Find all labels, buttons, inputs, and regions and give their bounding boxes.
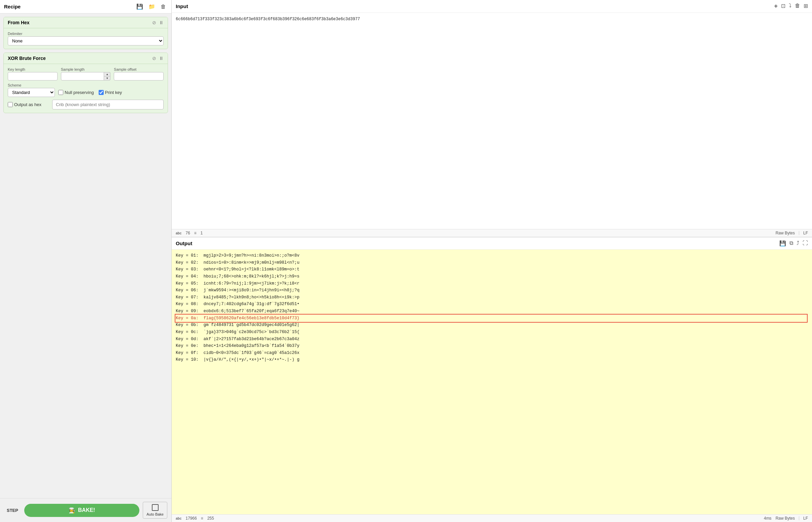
- bake-icon: 🧑‍🍳: [69, 507, 76, 514]
- sample-length-field: Sample length 100 ▲ ▼: [61, 67, 111, 80]
- output-line: Key = 0c: `jga}3?3>046g`c2e30cd75c>`bd3c…: [176, 329, 808, 336]
- bake-label: BAKE!: [78, 507, 95, 513]
- bake-button[interactable]: 🧑‍🍳 BAKE!: [24, 504, 139, 517]
- output-line: Key = 01: mgjlp>2>3=9;jmn?h>=ni:8n3moi>n…: [176, 252, 808, 259]
- from-hex-title: From Hex: [8, 20, 152, 25]
- input-title: Input: [176, 3, 774, 9]
- output-hex-checkbox-item[interactable]: Output as hex: [8, 102, 48, 107]
- output-fullscreen-icon[interactable]: ⛶: [803, 240, 808, 246]
- print-key-checkbox[interactable]: [99, 90, 104, 95]
- output-status-right: 4ms Raw Bytes LF: [764, 516, 808, 521]
- output-header-icons: 💾 ⧉ ⤴ ⛶: [779, 240, 808, 246]
- input-lf[interactable]: LF: [803, 231, 808, 235]
- from-hex-disable-icon[interactable]: [152, 20, 156, 25]
- sample-length-input[interactable]: 100: [61, 72, 111, 80]
- crib-field: [52, 100, 164, 109]
- input-delete-icon[interactable]: [795, 3, 800, 10]
- output-line: Key = 0b: gm`fz4849731`gd5b47dc02d9gec4d…: [176, 322, 808, 329]
- print-key-checkbox-item[interactable]: Print key: [99, 90, 122, 95]
- input-abc-icon: abc: [176, 232, 182, 235]
- delete-recipe-icon[interactable]: [159, 3, 167, 11]
- output-title: Output: [176, 240, 779, 246]
- output-line: Key = 0e: bhec•1=1<264eba0g12af57a<b`f1a…: [176, 342, 808, 349]
- input-status-bar: abc 76 ≡ 1 Raw Bytes LF: [172, 229, 812, 237]
- sample-length-spinner-btns: ▲ ▼: [104, 72, 110, 80]
- input-header: Input ⊡ ⤵ ⊞: [172, 0, 812, 13]
- output-status-bar: abc 17966 ≡ 255 4ms Raw Bytes LF: [172, 514, 812, 522]
- scheme-label: Scheme: [8, 83, 55, 87]
- from-hex-body: Delimiter None: [4, 28, 168, 49]
- output-line: Key = 10: |v{}a/#/",(×{|•y/,•x+)•"|~x/•+…: [176, 356, 808, 363]
- sample-length-up-btn[interactable]: ▲: [104, 72, 110, 76]
- input-section: Input ⊡ ⤵ ⊞ 6c666b6d713f333f323c383a6b6c…: [172, 0, 812, 237]
- sample-length-down-btn[interactable]: ▼: [104, 76, 110, 80]
- from-hex-block: From Hex Delimiter None: [3, 17, 168, 49]
- output-line: Key = 0f: cidb~0<0=375dc`1f03`g46`=cag0`…: [176, 349, 808, 357]
- input-arrow-icon[interactable]: ⤵: [789, 3, 791, 10]
- input-line-count: 1: [201, 231, 203, 235]
- output-abc-icon: abc: [176, 517, 182, 520]
- output-line: Key = 04: hboiu;7;68<>ohk:m;8kl?=k6hjl;k…: [176, 273, 808, 280]
- open-recipe-icon[interactable]: [147, 3, 157, 11]
- output-line: Key = 02: ndios=1=0>:8inm<k=>mj9;m0nlj=m…: [176, 259, 808, 266]
- output-copy-icon[interactable]: ⧉: [789, 240, 793, 246]
- output-lf[interactable]: LF: [803, 516, 808, 521]
- output-lines-icon: ≡: [201, 516, 203, 521]
- input-status-sep: [799, 231, 799, 235]
- null-preserving-checkbox-item[interactable]: Null preserving: [58, 90, 94, 95]
- input-header-icons: ⊡ ⤵ ⊞: [774, 3, 808, 10]
- output-line: Key = 0d: akf`|2>2?157fab3d21be64b?ace2b…: [176, 336, 808, 343]
- output-section: Output 💾 ⧉ ⤴ ⛶ Key = 01: mgjlp>2>3=9;jmn…: [172, 237, 812, 522]
- input-format[interactable]: Raw Bytes: [776, 231, 795, 235]
- xor-row2: Scheme Standard Null preserving Print ke…: [8, 83, 164, 97]
- null-preserving-checkbox[interactable]: [58, 90, 63, 95]
- output-format[interactable]: Raw Bytes: [776, 516, 795, 521]
- from-hex-pause-icon[interactable]: [159, 20, 164, 25]
- output-line: Key = 0a: flag{5958620afe4c56eb13e8fdb5e…: [176, 315, 807, 322]
- save-recipe-icon[interactable]: [135, 3, 144, 11]
- auto-bake-label: Auto Bake: [146, 512, 164, 516]
- output-hex-label: Output as hex: [14, 102, 41, 107]
- output-line: Key = 06: j`mkw9594:><mji8o9:in=?i4jhn9i…: [176, 287, 808, 294]
- output-content: Key = 01: mgjlp>2>3=9;jmn?h>=ni:8n3moi>n…: [172, 249, 812, 514]
- input-status-right: Raw Bytes LF: [776, 231, 808, 235]
- input-textarea[interactable]: 6c666b6d713f333f323c383a6b6c6f3e693f3c6f…: [172, 13, 812, 229]
- sample-length-spinner: 100 ▲ ▼: [61, 72, 111, 80]
- xor-brute-title: XOR Brute Force: [8, 56, 152, 61]
- scheme-select[interactable]: Standard: [8, 88, 55, 97]
- output-hex-checkbox[interactable]: [8, 102, 13, 107]
- input-char-count: 76: [186, 231, 190, 235]
- key-length-label: Key length: [8, 67, 58, 72]
- xor-pause-icon[interactable]: [159, 56, 164, 61]
- step-button[interactable]: STEP: [4, 506, 21, 514]
- xor-brute-icons: [152, 56, 164, 61]
- crib-input[interactable]: [52, 100, 164, 109]
- sample-offset-field: Sample offset 0: [114, 67, 164, 80]
- auto-bake-icon: [152, 504, 159, 511]
- delimiter-field: Delimiter None: [8, 32, 164, 45]
- xor-brute-body: Key length 1 Sample length 100 ▲ ▼: [4, 64, 168, 113]
- xor-disable-icon[interactable]: [152, 56, 156, 61]
- output-header: Output 💾 ⧉ ⤴ ⛶: [172, 237, 812, 249]
- input-add-icon[interactable]: [774, 3, 778, 10]
- output-status-sep: [799, 516, 799, 520]
- input-lines-icon: ≡: [194, 231, 196, 235]
- delimiter-label: Delimiter: [8, 32, 164, 36]
- sample-offset-input[interactable]: 0: [114, 72, 164, 80]
- scheme-field: Scheme Standard: [8, 83, 55, 97]
- auto-bake-button[interactable]: Auto Bake: [143, 502, 167, 519]
- from-hex-header: From Hex: [4, 17, 168, 28]
- key-length-input[interactable]: 1: [8, 72, 58, 80]
- output-upload-icon[interactable]: ⤴: [796, 240, 799, 246]
- xor-brute-header: XOR Brute Force: [4, 53, 168, 64]
- right-panel: Input ⊡ ⤵ ⊞ 6c666b6d713f333f323c383a6b6c…: [172, 0, 812, 522]
- input-grid-icon[interactable]: ⊞: [804, 3, 808, 10]
- output-line: Key = 08: dncey7;7:402cdg6a74g`31g:df`7g…: [176, 301, 808, 308]
- delimiter-select[interactable]: None: [8, 36, 164, 45]
- input-window-icon[interactable]: ⊡: [781, 3, 785, 10]
- recipe-header: Recipe: [0, 0, 171, 14]
- output-line-count: 255: [207, 516, 214, 521]
- output-ms: 4ms: [764, 516, 772, 521]
- left-panel: Recipe From Hex Delimiter None: [0, 0, 172, 522]
- output-save-icon[interactable]: 💾: [779, 240, 786, 246]
